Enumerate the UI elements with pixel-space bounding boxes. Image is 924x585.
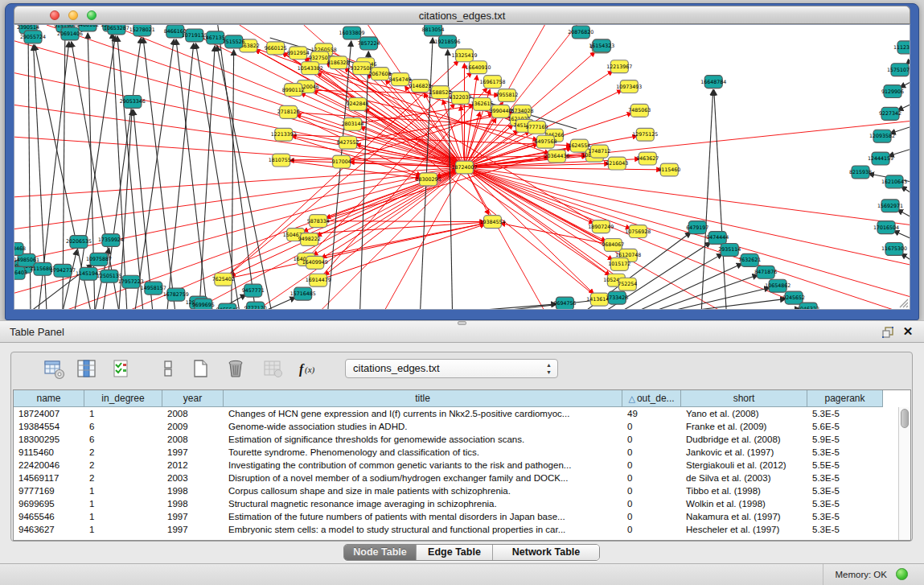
table-cell[interactable]: Wolkin et al. (1998) — [681, 497, 807, 510]
table-row[interactable]: 1938455462009Genome-wide association stu… — [14, 420, 883, 433]
table-cell[interactable]: Structural magnetic resonance image aver… — [224, 497, 622, 510]
table-cell[interactable]: 1 — [84, 523, 162, 536]
table-row[interactable]: 969969511998Structural magnetic resonanc… — [14, 497, 883, 510]
table-cell[interactable]: Stergiakouli et al. (2012) — [681, 459, 807, 472]
scrollbar-thumb[interactable] — [901, 409, 909, 428]
table-cell[interactable]: 9465546 — [14, 510, 84, 523]
column-header[interactable]: title — [224, 390, 622, 407]
table-cell[interactable]: 1 — [84, 407, 162, 420]
rows-icon[interactable] — [158, 358, 180, 381]
table-cell[interactable]: 5.3E-5 — [807, 497, 883, 510]
split-pane-handle[interactable] — [458, 321, 466, 325]
table-cell[interactable]: 1 — [84, 510, 162, 523]
table-cell[interactable]: 1998 — [162, 484, 224, 497]
table-cell[interactable]: Tourette syndrome. Phenomenology and cla… — [224, 446, 622, 459]
column-header[interactable]: year — [162, 390, 224, 407]
function-icon[interactable]: f (x) — [298, 358, 320, 381]
table-cell[interactable]: Changes of HCN gene expression and I(f) … — [224, 407, 622, 420]
table-cell[interactable]: Tibbo et al. (1998) — [681, 484, 807, 497]
table-cell[interactable]: 5.5E-5 — [807, 459, 883, 472]
table-cell[interactable]: 14569117 — [14, 472, 84, 484]
table-cell[interactable]: 1998 — [162, 497, 224, 510]
table-cell[interactable]: Corpus callosum shape and size in male p… — [224, 484, 622, 497]
window-resize-grip[interactable] — [897, 297, 909, 308]
table-cell[interactable]: 2 — [84, 472, 162, 484]
table-cell[interactable]: de Silva et al. (2003) — [681, 472, 807, 484]
table-cell[interactable]: 1997 — [162, 446, 224, 459]
column-header[interactable]: name — [14, 390, 84, 407]
table-cell[interactable]: 1 — [84, 484, 162, 497]
table-cell[interactable]: 2008 — [162, 433, 224, 446]
table-cell[interactable]: 5.3E-5 — [807, 472, 883, 484]
table-cell[interactable]: 0 — [622, 433, 681, 446]
network-canvas[interactable]: 1872400776638229660125891295412260558932… — [14, 24, 910, 310]
memory-ok-indicator[interactable] — [896, 568, 908, 580]
table-cell[interactable]: 9463627 — [14, 523, 84, 536]
table-cell[interactable]: 22420046 — [14, 459, 84, 472]
table-cell[interactable]: 2003 — [162, 472, 224, 484]
table-cell[interactable]: Investigating the contribution of common… — [224, 459, 622, 472]
table-row[interactable]: 946554611997Estimation of the future num… — [14, 510, 883, 523]
tab-network-table[interactable]: Network Table — [493, 545, 599, 560]
table-cell[interactable]: Yano et al. (2008) — [681, 407, 807, 420]
float-panel-icon[interactable] — [881, 325, 895, 340]
table-cell[interactable]: Hescheler et al. (1997) — [681, 523, 807, 536]
table-cell[interactable]: Disruption of a novel member of a sodium… — [224, 472, 622, 484]
table-cell[interactable]: 1997 — [162, 523, 224, 536]
table-cell[interactable]: 49 — [622, 407, 681, 420]
table-row[interactable]: 946362711997Embryonic stem cells: a mode… — [14, 523, 883, 536]
table-cell[interactable]: 2009 — [162, 420, 224, 433]
new-file-icon[interactable] — [190, 358, 212, 381]
vertical-scrollbar[interactable] — [898, 407, 910, 540]
table-cell[interactable]: 0 — [622, 472, 681, 484]
table-cell[interactable]: 5.3E-5 — [807, 484, 883, 497]
table-cell[interactable]: 19384554 — [14, 420, 84, 433]
table-cell[interactable]: Embryonic stem cells: a model to study s… — [224, 523, 622, 536]
table-cell[interactable]: Jankovic et al. (1997) — [681, 446, 807, 459]
table-cell[interactable]: 0 — [622, 459, 681, 472]
table-row[interactable]: 911546021997Tourette syndrome. Phenomeno… — [14, 446, 883, 459]
table-cell[interactable]: 0 — [622, 420, 681, 433]
table-cell[interactable]: 1 — [84, 497, 162, 510]
table-cell[interactable]: 2 — [84, 459, 162, 472]
table-row[interactable]: 1830029562008Estimation of significance … — [14, 433, 883, 446]
table-cell[interactable]: 6 — [84, 433, 162, 446]
table-cell[interactable]: Estimation of the future numbers of pati… — [224, 510, 622, 523]
checklist-icon[interactable] — [111, 358, 133, 381]
table-selector-dropdown[interactable]: citations_edges.txt ▲▼ — [345, 359, 558, 378]
table-cell[interactable]: 2012 — [162, 459, 224, 472]
trash-icon[interactable] — [225, 358, 248, 381]
table-cell[interactable]: 9699695 — [14, 497, 84, 510]
close-panel-icon[interactable]: ✕ — [901, 324, 914, 339]
table-cell[interactable]: 5.3E-5 — [807, 510, 883, 523]
table-cell[interactable]: 5.9E-5 — [807, 433, 883, 446]
table-cell[interactable]: 5.3E-5 — [807, 407, 883, 420]
tab-node-table[interactable]: Node Table — [344, 545, 417, 560]
table-cell[interactable]: 5.6E-5 — [807, 420, 883, 433]
table-row[interactable]: 977716911998Corpus callosum shape and si… — [14, 484, 883, 497]
table-row[interactable]: 2242004622012Investigating the contribut… — [14, 459, 883, 472]
table-cell[interactable]: 1997 — [162, 510, 224, 523]
table-gear-icon[interactable] — [43, 358, 66, 381]
table-cell[interactable]: 0 — [622, 446, 681, 459]
table-cell[interactable]: Franke et al. (2009) — [681, 420, 807, 433]
tab-edge-table[interactable]: Edge Table — [417, 545, 493, 560]
column-header[interactable]: pagerank — [807, 390, 883, 407]
table-cell[interactable]: Genome-wide association studies in ADHD. — [224, 420, 622, 433]
table-cell[interactable]: 5.3E-5 — [807, 523, 883, 536]
table-cell[interactable]: Nakamura et al. (1997) — [681, 510, 807, 523]
table-cell[interactable]: 6 — [84, 420, 162, 433]
table-cell[interactable]: 9777169 — [14, 484, 84, 497]
window-titlebar[interactable]: citations_edges.txt — [14, 6, 910, 24]
table-cell[interactable]: Dudbridge et al. (2008) — [681, 433, 807, 446]
table-cell[interactable]: 2 — [84, 446, 162, 459]
table-row[interactable]: 1872400712008Changes of HCN gene express… — [14, 407, 883, 420]
table-cell[interactable]: 18300295 — [14, 433, 84, 446]
table-row[interactable]: 1456911722003Disruption of a novel membe… — [14, 472, 883, 484]
table-cell[interactable]: 0 — [622, 484, 681, 497]
table-cell[interactable]: 18724007 — [14, 407, 84, 420]
table-cell[interactable]: 0 — [622, 523, 681, 536]
column-header[interactable]: short — [681, 390, 807, 407]
table-cell[interactable]: 5.3E-5 — [807, 446, 883, 459]
table-cell[interactable]: 0 — [622, 497, 681, 510]
